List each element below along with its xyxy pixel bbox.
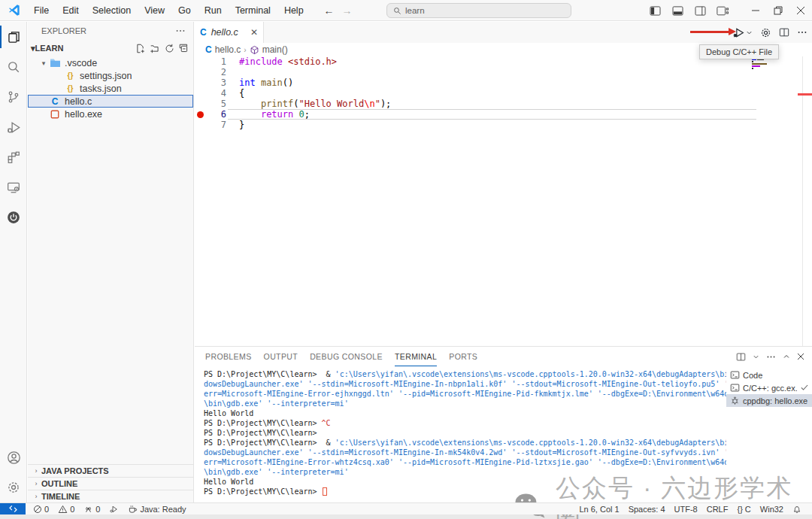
status-item-remote-icon[interactable] [0, 503, 26, 514]
close-icon[interactable] [789, 0, 812, 21]
arrow-left-icon[interactable]: ← [324, 5, 335, 17]
tree-item-tasks-json[interactable]: { }tasks.json [28, 82, 193, 95]
remote-icon [8, 504, 18, 514]
status-item[interactable]: Win32 [756, 503, 788, 514]
tree-item-settings-json[interactable]: { }settings.json [28, 69, 193, 82]
panel-tab-debug-console[interactable]: DEBUG CONSOLE [310, 347, 383, 366]
split-editor-icon[interactable] [779, 27, 789, 38]
activity-account-icon[interactable] [0, 442, 27, 472]
terminal-process-c-c-gcc-ex-[interactable]: C/C++: gcc.ex... [726, 381, 812, 394]
code-line-2[interactable]: 2 [195, 67, 812, 77]
search-value: learn [405, 6, 425, 15]
status-item-status-debug-icon[interactable] [105, 503, 123, 514]
status-item[interactable]: CRLF [702, 503, 733, 514]
activity-source-control-icon[interactable] [0, 82, 27, 112]
debug-tooltip: Debug C/C++ File [699, 44, 779, 59]
account-icon [7, 451, 21, 465]
warning-icon [58, 505, 68, 514]
chevron-down-icon[interactable] [753, 354, 759, 360]
menu-edit[interactable]: Edit [56, 2, 86, 19]
menu-go[interactable]: Go [171, 2, 198, 19]
tree-item--vscode[interactable]: ▾.vscode [28, 56, 193, 69]
refresh-icon[interactable] [165, 44, 174, 53]
layout-sidebar-icon[interactable] [644, 0, 666, 21]
layout-customize-icon[interactable] [711, 0, 734, 21]
status-item-bell-icon[interactable] [788, 503, 806, 514]
panel-tab-ports[interactable]: PORTS [449, 347, 477, 366]
menu-run[interactable]: Run [198, 2, 229, 19]
chevron-up-icon[interactable] [783, 353, 790, 360]
code-line-3[interactable]: 3int main() [195, 77, 812, 88]
command-center-search[interactable]: learn [386, 3, 571, 18]
more-icon[interactable] [766, 352, 776, 362]
activity-search-icon[interactable] [0, 52, 27, 82]
tree-item-label: hello.exe [65, 109, 102, 120]
status-item-warning-icon[interactable]: 0 [53, 503, 79, 514]
menu-selection[interactable]: Selection [86, 2, 138, 19]
panel-tab-terminal[interactable]: TERMINAL [395, 347, 437, 366]
status-item-coffee-icon[interactable]: Java: Ready [123, 503, 190, 514]
breadcrumb-symbol[interactable]: main() [262, 44, 288, 55]
status-item[interactable]: Ln 6, Col 1 [574, 503, 623, 514]
activity-settings-gear-icon[interactable] [0, 472, 27, 502]
code-area[interactable]: 1#include <stdio.h>23int main()4{5 print… [195, 56, 812, 346]
restore-icon[interactable] [767, 0, 789, 21]
folder-section-header[interactable]: ▾ LEARN [28, 40, 193, 56]
activity-extensions-icon[interactable] [0, 142, 27, 172]
status-item[interactable]: Spaces: 4 [624, 503, 670, 514]
status-item-error-icon[interactable]: 0 [29, 503, 53, 514]
menu-terminal[interactable]: Terminal [229, 2, 277, 19]
panel-tab-problems[interactable]: PROBLEMS [205, 347, 252, 366]
status-item-label: Spaces: 4 [629, 505, 665, 514]
activity-files-icon[interactable] [0, 22, 27, 52]
status-item[interactable]: {} C [732, 503, 755, 514]
tree-item-hello-c[interactable]: Chello.c [28, 95, 193, 108]
layout-sidebar-right-icon[interactable] [689, 0, 711, 21]
terminal-line: PS D:\Project\MY\C\learn> ^C [204, 418, 726, 428]
arrow-right-icon[interactable]: → [342, 5, 353, 17]
status-item-broadcast-icon[interactable]: 0 [79, 503, 105, 514]
menu-view[interactable]: View [138, 2, 171, 19]
activity-run-debug-icon[interactable] [0, 112, 27, 142]
status-item-label: Win32 [760, 505, 783, 514]
panel-tab-output[interactable]: OUTPUT [264, 347, 298, 366]
terminal-process-cppdbg-hello-exe[interactable]: cppdbg: hello.exe [726, 394, 812, 407]
gutter-glyph [195, 99, 205, 109]
more-icon[interactable] [797, 27, 807, 38]
status-debug-icon [109, 505, 119, 514]
section-timeline[interactable]: ›TIMELINE [28, 490, 193, 502]
scrollbar[interactable] [802, 56, 803, 346]
activity-remote-explorer-icon[interactable] [0, 172, 27, 202]
new-file-icon[interactable] [135, 44, 145, 53]
section-java-projects[interactable]: ›JAVA PROJECTS [28, 464, 193, 477]
code-line-4[interactable]: 4{ [195, 88, 812, 99]
new-folder-icon[interactable] [150, 44, 160, 53]
more-icon[interactable] [175, 26, 186, 36]
settings-gear-icon [7, 481, 20, 494]
vscode-logo-icon [8, 4, 21, 17]
breakpoint-dot[interactable] [195, 109, 205, 120]
menu-help[interactable]: Help [277, 2, 311, 19]
tree-item-hello-exe[interactable]: hello.exe [28, 108, 193, 120]
menu-file[interactable]: File [27, 2, 56, 19]
code-line-6[interactable]: 6 return 0; [195, 109, 812, 120]
activity-spring-boot-icon[interactable] [0, 202, 27, 232]
close-icon[interactable] [797, 353, 804, 360]
terminal-process-code[interactable]: Code [726, 369, 812, 381]
collapse-all-icon[interactable] [179, 44, 189, 53]
tab-hello-c[interactable]: C hello.c ✕ [195, 22, 264, 43]
gutter-glyph [195, 77, 205, 88]
minimize-icon[interactable] [744, 0, 767, 21]
code-line-7[interactable]: 7} [195, 120, 812, 130]
close-icon[interactable]: ✕ [250, 27, 258, 38]
code-line-5[interactable]: 5 printf("Hello World\n"); [195, 99, 812, 109]
layout-panel-icon[interactable] [666, 0, 689, 21]
chevron-right-icon: › [31, 480, 41, 487]
settings-gear-icon[interactable] [760, 27, 771, 38]
terminal-output[interactable]: PS D:\Project\MY\C\learn> & 'c:\Users\yi… [195, 366, 726, 502]
section-outline[interactable]: ›OUTLINE [28, 477, 193, 490]
status-item[interactable]: UTF-8 [670, 503, 702, 514]
breadcrumb-file[interactable]: hello.c [215, 44, 241, 55]
remote-explorer-icon [7, 181, 20, 194]
split-terminal-icon[interactable] [736, 352, 746, 362]
